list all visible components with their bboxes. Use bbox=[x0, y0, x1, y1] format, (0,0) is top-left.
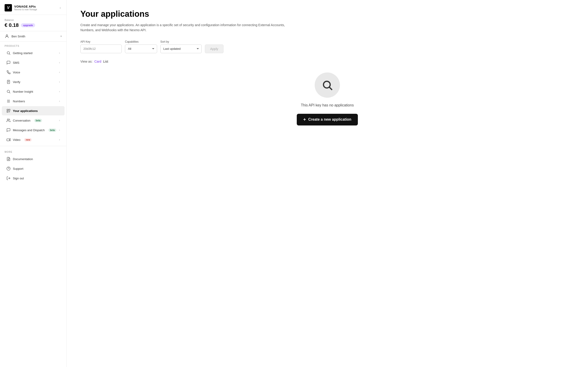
products-section-label: PRODUCTS bbox=[0, 42, 66, 48]
view-as-label: View as: bbox=[80, 60, 93, 63]
page-description: Create and manage your applications. An … bbox=[80, 23, 287, 33]
video-icon bbox=[6, 138, 10, 142]
sidebar-item-label: Video bbox=[13, 138, 20, 142]
balance-section: Balance € 0.18 upgrade bbox=[0, 15, 66, 31]
user-icon bbox=[5, 34, 9, 39]
list-view-link[interactable]: List bbox=[103, 60, 108, 63]
empty-state-message: This API key has no applications bbox=[301, 103, 354, 107]
plus-icon: + bbox=[303, 117, 306, 122]
balance-label: Balance bbox=[5, 19, 62, 21]
svg-rect-14 bbox=[7, 111, 8, 112]
create-application-label: Create a new application bbox=[308, 117, 351, 122]
filter-row: API Key Capabilites All Sort by Last upd… bbox=[80, 40, 574, 53]
create-application-button[interactable]: + Create a new application bbox=[297, 114, 358, 125]
svg-line-8 bbox=[9, 92, 10, 93]
chevron-down-icon: › bbox=[59, 61, 60, 64]
chevron-down-icon: › bbox=[59, 100, 60, 103]
beta-badge: beta bbox=[34, 119, 42, 122]
sidebar-item-video[interactable]: Video new › bbox=[2, 135, 65, 144]
sms-icon bbox=[6, 60, 10, 65]
user-chevron-icon: ▾ bbox=[61, 35, 62, 38]
sidebar-item-support[interactable]: Support bbox=[2, 164, 65, 173]
svg-line-2 bbox=[9, 54, 10, 55]
svg-point-25 bbox=[323, 81, 330, 88]
sidebar-item-conversation[interactable]: Conversation beta › bbox=[2, 116, 65, 125]
main-content: Your applications Create and manage your… bbox=[67, 0, 588, 367]
more-section-label: MORE bbox=[0, 148, 66, 154]
sidebar-collapse-button[interactable]: ‹ bbox=[59, 5, 62, 11]
numbers-icon bbox=[6, 99, 10, 103]
svg-line-26 bbox=[329, 87, 332, 90]
chevron-down-icon: › bbox=[59, 119, 60, 122]
logo-area: V VONAGE APIs Nexmo is now Vonage bbox=[5, 4, 37, 11]
apply-button[interactable]: Apply bbox=[205, 44, 224, 53]
balance-row: € 0.18 upgrade bbox=[5, 22, 62, 28]
sign-out-icon bbox=[6, 176, 10, 180]
svg-point-0 bbox=[6, 35, 8, 36]
sort-by-group: Sort by Last updated bbox=[160, 40, 202, 53]
chevron-down-icon: › bbox=[59, 138, 60, 141]
page-title: Your applications bbox=[80, 9, 574, 19]
sidebar-item-label: Support bbox=[13, 167, 23, 170]
new-badge: new bbox=[24, 138, 32, 142]
chevron-down-icon: › bbox=[59, 71, 60, 74]
conversation-icon bbox=[6, 118, 10, 123]
svg-point-7 bbox=[7, 90, 10, 93]
capabilities-select[interactable]: All bbox=[125, 44, 157, 53]
capabilities-label: Capabilites bbox=[125, 40, 157, 43]
sidebar-item-documentation[interactable]: Documentation bbox=[2, 154, 65, 164]
card-view-link[interactable]: Card bbox=[95, 60, 101, 63]
sidebar-item-label: Messages and Dispatch bbox=[13, 128, 45, 132]
sidebar-item-numbers[interactable]: Numbers › bbox=[2, 97, 65, 106]
sidebar-item-label: Voice bbox=[13, 71, 20, 74]
svg-rect-18 bbox=[7, 139, 9, 141]
verify-icon bbox=[6, 80, 10, 84]
sort-by-label: Sort by bbox=[160, 40, 202, 43]
user-menu[interactable]: Ben Smith ▾ bbox=[0, 31, 66, 42]
search-icon bbox=[321, 79, 333, 91]
upgrade-badge[interactable]: upgrade bbox=[21, 23, 35, 27]
capabilities-group: Capabilites All bbox=[125, 40, 157, 53]
your-applications-icon bbox=[6, 109, 10, 113]
sidebar: V VONAGE APIs Nexmo is now Vonage ‹ Bala… bbox=[0, 0, 67, 367]
logo-subtitle: Nexmo is now Vonage bbox=[14, 8, 37, 11]
svg-rect-13 bbox=[9, 109, 10, 110]
sidebar-item-number-insight[interactable]: Number Insight › bbox=[2, 87, 65, 96]
sidebar-item-your-applications[interactable]: Your applications bbox=[2, 106, 65, 115]
sort-by-select[interactable]: Last updated bbox=[160, 44, 202, 53]
beta-badge: beta bbox=[48, 128, 57, 132]
empty-state: This API key has no applications + Creat… bbox=[80, 73, 574, 125]
sidebar-item-label: Number Insight bbox=[13, 90, 33, 93]
number-insight-icon bbox=[6, 90, 10, 94]
empty-state-icon-circle bbox=[315, 73, 340, 98]
api-key-input[interactable] bbox=[80, 44, 122, 53]
voice-icon bbox=[6, 70, 10, 74]
user-name: Ben Smith bbox=[11, 35, 25, 38]
api-key-label: API Key bbox=[80, 40, 122, 43]
api-key-group: API Key bbox=[80, 40, 122, 53]
logo-text-area: VONAGE APIs Nexmo is now Vonage bbox=[14, 5, 37, 11]
chevron-down-icon: › bbox=[59, 90, 60, 93]
sidebar-item-sign-out[interactable]: Sign out bbox=[2, 174, 65, 183]
vonage-logo-icon: V bbox=[5, 4, 12, 11]
sidebar-item-label: Verify bbox=[13, 80, 20, 84]
messages-dispatch-icon bbox=[6, 128, 10, 132]
sidebar-item-label: SMS bbox=[13, 61, 19, 65]
sidebar-item-label: Getting started bbox=[13, 51, 32, 55]
sidebar-item-verify[interactable]: Verify › bbox=[2, 77, 65, 86]
chevron-down-icon: › bbox=[59, 80, 60, 83]
sidebar-header: V VONAGE APIs Nexmo is now Vonage ‹ bbox=[0, 0, 66, 15]
sidebar-item-getting-started[interactable]: Getting started › bbox=[2, 48, 65, 58]
balance-amount: € 0.18 bbox=[5, 22, 19, 28]
getting-started-icon bbox=[6, 51, 10, 55]
chevron-down-icon: › bbox=[59, 51, 60, 55]
sidebar-item-label: Conversation bbox=[13, 119, 31, 122]
chevron-down-icon: › bbox=[59, 128, 60, 132]
sidebar-item-voice[interactable]: Voice › bbox=[2, 68, 65, 77]
sidebar-item-messages-dispatch[interactable]: Messages and Dispatch beta › bbox=[2, 125, 65, 135]
view-toggle: View as: Card List bbox=[80, 60, 574, 63]
sidebar-item-sms[interactable]: SMS › bbox=[2, 58, 65, 67]
user-menu-left: Ben Smith bbox=[5, 34, 25, 39]
sidebar-item-label: Your applications bbox=[13, 109, 38, 113]
sidebar-item-label: Sign out bbox=[13, 177, 24, 180]
